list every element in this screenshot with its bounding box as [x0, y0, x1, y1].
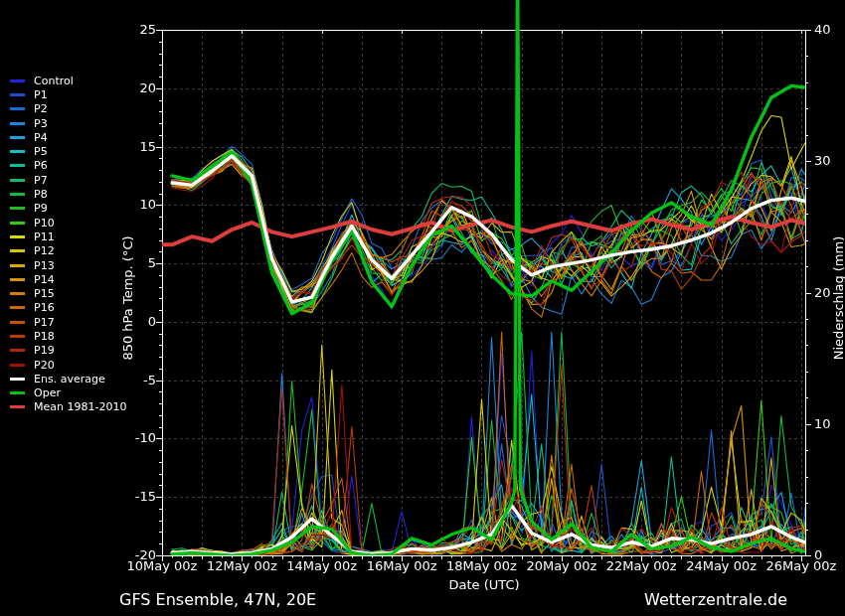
legend-item: P19 — [10, 344, 126, 358]
legend-item: P15 — [10, 286, 126, 300]
legend-item: P11 — [10, 230, 126, 243]
precip-tick-label: 30 — [814, 153, 831, 169]
legend-swatch — [10, 405, 25, 408]
temp-tick-label: 25 — [118, 22, 156, 38]
legend-swatch — [10, 136, 25, 139]
x-tick-label: 16May 00z — [357, 558, 446, 574]
legend-label: P15 — [34, 288, 55, 299]
legend-label: P16 — [34, 302, 55, 313]
legend-swatch — [10, 349, 25, 352]
legend-swatch — [10, 193, 25, 196]
legend-label: P17 — [34, 317, 55, 328]
footer-model-label: GFS Ensemble, 47N, 20E — [119, 590, 316, 609]
legend-item: Oper — [10, 386, 126, 400]
legend-label: P20 — [34, 360, 55, 371]
legend-label: P5 — [34, 146, 48, 157]
legend-item: P14 — [10, 272, 126, 286]
legend-item: P3 — [10, 116, 126, 130]
legend-swatch — [10, 150, 25, 153]
x-tick-label: 14May 00z — [277, 558, 367, 574]
x-tick-label: 18May 00z — [436, 558, 526, 574]
legend-label: P2 — [34, 103, 48, 114]
legend-item: P2 — [10, 102, 126, 116]
legend-swatch — [10, 321, 25, 324]
legend-label: P13 — [34, 260, 55, 271]
legend-label: P11 — [34, 231, 55, 242]
legend-item: Ens. average — [10, 372, 126, 385]
legend-label: P12 — [34, 245, 55, 256]
legend-label: Oper — [34, 387, 61, 398]
x-tick-label: 24May 00z — [677, 558, 766, 574]
legend-swatch — [10, 79, 25, 82]
legend-swatch — [10, 364, 25, 367]
legend-label: P7 — [34, 175, 48, 186]
legend-item: P16 — [10, 301, 126, 315]
legend-item: P12 — [10, 244, 126, 258]
legend-item: P1 — [10, 87, 126, 101]
legend-swatch — [10, 222, 25, 225]
temp-tick-label: -10 — [118, 430, 156, 446]
legend-item: P18 — [10, 329, 126, 343]
legend-swatch — [10, 179, 25, 182]
legend-swatch — [10, 122, 25, 125]
legend-swatch — [10, 207, 25, 210]
x-tick-label: 26May 00z — [757, 558, 845, 574]
legend-item: Mean 1981-2010 — [10, 400, 126, 414]
legend-item: P4 — [10, 130, 126, 144]
legend-swatch — [10, 335, 25, 338]
legend-swatch — [10, 93, 25, 96]
footer-site-label: Wetterzentrale.de — [644, 590, 787, 609]
legend-swatch — [10, 306, 25, 309]
legend: ControlP1P2P3P4P5P6P7P8P9P10P11P12P13P14… — [10, 74, 126, 414]
legend-label: Mean 1981-2010 — [34, 401, 126, 412]
temp-tick-label: 10 — [118, 197, 156, 213]
legend-swatch — [10, 164, 25, 167]
precip-axis-title: Niederschlag (mm) — [831, 236, 845, 361]
temp-tick-label: -15 — [118, 489, 156, 505]
legend-label: P18 — [34, 331, 55, 342]
legend-swatch — [10, 391, 25, 394]
legend-item: P9 — [10, 202, 126, 216]
legend-label: P9 — [34, 203, 48, 214]
legend-label: Ens. average — [34, 374, 105, 385]
legend-item: P20 — [10, 358, 126, 372]
temp-tick-label: 20 — [118, 80, 156, 96]
legend-swatch — [10, 278, 25, 281]
legend-item: P5 — [10, 144, 126, 158]
x-tick-label: 22May 00z — [596, 558, 686, 574]
legend-label: Control — [34, 76, 74, 86]
legend-item: P8 — [10, 187, 126, 201]
legend-swatch — [10, 249, 25, 252]
x-tick-label: 12May 00z — [197, 558, 286, 574]
legend-item: P13 — [10, 258, 126, 272]
legend-item: P17 — [10, 315, 126, 329]
temp-tick-label: -5 — [118, 373, 156, 388]
legend-label: P4 — [34, 132, 48, 143]
legend-label: P19 — [34, 345, 55, 356]
legend-item: Control — [10, 74, 126, 87]
legend-label: P6 — [34, 160, 48, 171]
x-tick-label: 10May 00z — [117, 558, 207, 574]
meteogram-page: Rákóczifalva (HU) 850 hPa Temp. & Nieder… — [0, 0, 845, 616]
x-axis-title: Date (UTC) — [448, 577, 519, 592]
legend-label: P8 — [34, 189, 48, 200]
legend-label: P1 — [34, 89, 48, 100]
legend-swatch — [10, 264, 25, 267]
legend-label: P14 — [34, 274, 55, 285]
legend-label: P3 — [34, 118, 48, 129]
temp-tick-label: 5 — [118, 255, 156, 271]
precip-tick-label: 20 — [814, 285, 831, 301]
x-tick-label: 20May 00z — [517, 558, 606, 574]
legend-swatch — [10, 107, 25, 110]
precip-tick-label: 10 — [814, 416, 831, 432]
legend-swatch — [10, 235, 25, 238]
legend-swatch — [10, 378, 25, 381]
temp-tick-label: 0 — [118, 314, 156, 330]
legend-item: P10 — [10, 216, 126, 230]
legend-label: P10 — [34, 218, 55, 229]
temp-tick-label: 15 — [118, 139, 156, 155]
legend-swatch — [10, 292, 25, 295]
precip-tick-label: 40 — [814, 22, 831, 38]
legend-item: P7 — [10, 173, 126, 187]
legend-item: P6 — [10, 159, 126, 173]
